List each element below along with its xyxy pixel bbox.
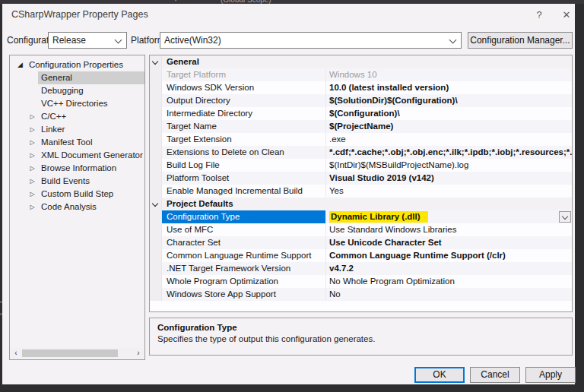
property-row-windows-store-app-support[interactable]: Windows Store App SupportNo bbox=[150, 288, 572, 301]
tree-item-general[interactable]: General bbox=[10, 71, 144, 84]
tree-expander-icon[interactable]: ◢ bbox=[14, 58, 26, 71]
description-title: Configuration Type bbox=[157, 323, 564, 332]
configuration-combobox[interactable]: Release bbox=[48, 32, 127, 49]
property-row-enable-managed-incremental-build[interactable]: Enable Managed Incremental BuildYes bbox=[150, 185, 572, 198]
row-gutter bbox=[150, 107, 162, 120]
tree-item-label: Custom Build Step bbox=[38, 188, 116, 201]
tree-item-custom-build-step[interactable]: ▷Custom Build Step bbox=[10, 188, 144, 201]
property-value: 10.0 (latest installed version) bbox=[326, 81, 572, 94]
tree-expander-icon[interactable]: ▷ bbox=[27, 201, 38, 213]
property-row-target-platform[interactable]: Target PlatformWindows 10 bbox=[150, 68, 572, 81]
grid-section-header-general[interactable]: General bbox=[150, 55, 572, 68]
property-name: Target Platform bbox=[162, 68, 326, 81]
tree-horizontal-scrollbar[interactable]: ‹ › bbox=[11, 348, 144, 359]
property-value: $(SolutionDir)$(Configuration)\ bbox=[326, 94, 572, 107]
property-row-character-set[interactable]: Character SetUse Unicode Character Set bbox=[150, 236, 572, 249]
row-gutter bbox=[150, 133, 162, 146]
tree-expander-icon[interactable]: ▷ bbox=[27, 136, 38, 149]
property-name: Target Name bbox=[162, 120, 326, 133]
ok-button[interactable]: OK bbox=[414, 367, 465, 383]
property-row-use-of-mfc[interactable]: Use of MFCUse Standard Windows Libraries bbox=[150, 223, 572, 236]
tree-expander-icon[interactable]: ▷ bbox=[27, 123, 38, 136]
section-collapse-icon[interactable] bbox=[150, 55, 162, 68]
property-name: Whole Program Optimization bbox=[162, 275, 326, 288]
property-value: Visual Studio 2019 (v142) bbox=[326, 172, 572, 185]
chevron-down-icon bbox=[152, 201, 158, 207]
tree-item-configuration-properties[interactable]: ◢Configuration Properties bbox=[10, 58, 144, 71]
tree-item-label: C/C++ bbox=[38, 110, 69, 123]
tree-item-debugging[interactable]: Debugging bbox=[10, 84, 144, 97]
tree-item-code-analysis[interactable]: ▷Code Analysis bbox=[10, 201, 144, 213]
value-dropdown-button[interactable] bbox=[559, 211, 571, 223]
help-icon[interactable]: ? bbox=[531, 8, 548, 23]
configuration-manager-button[interactable]: Configuration Manager... bbox=[468, 32, 573, 49]
property-row-whole-program-optimization[interactable]: Whole Program OptimizationNo Whole Progr… bbox=[150, 275, 572, 288]
property-value: Use Standard Windows Libraries bbox=[326, 223, 572, 236]
property-row-build-log-file[interactable]: Build Log File$(IntDir)$(MSBuildProjectN… bbox=[150, 159, 572, 172]
section-title: General bbox=[162, 55, 199, 68]
section-collapse-icon[interactable] bbox=[150, 198, 162, 210]
tree-item-vc-directories[interactable]: VC++ Directories bbox=[10, 97, 144, 110]
property-pages-dialog: CSharpWrapper Property Pages ? ✕ Configu… bbox=[2, 4, 575, 384]
property-value: .exe bbox=[326, 133, 572, 146]
tree-item-browse-information[interactable]: ▷Browse Information bbox=[10, 162, 144, 175]
dialog-title: CSharpWrapper Property Pages bbox=[11, 9, 148, 20]
apply-button[interactable]: Apply bbox=[525, 367, 576, 383]
tree-item-label: Browse Information bbox=[38, 162, 119, 175]
property-row-platform-toolset[interactable]: Platform ToolsetVisual Studio 2019 (v142… bbox=[150, 172, 572, 185]
property-row-net-target-framework-version[interactable]: .NET Target Framework Versionv4.7.2 bbox=[150, 262, 572, 275]
tree-item-c-c[interactable]: ▷C/C++ bbox=[10, 110, 144, 123]
tree-items: ◢Configuration PropertiesGeneralDebuggin… bbox=[10, 58, 144, 213]
tree-item-build-events[interactable]: ▷Build Events bbox=[10, 175, 144, 188]
row-gutter bbox=[150, 210, 162, 223]
tree-panel: ◢Configuration PropertiesGeneralDebuggin… bbox=[9, 55, 145, 360]
row-gutter bbox=[150, 249, 162, 262]
property-row-common-language-runtime-support[interactable]: Common Language Runtime SupportCommon La… bbox=[150, 249, 572, 262]
close-icon[interactable]: ✕ bbox=[558, 8, 575, 23]
property-name: Windows SDK Version bbox=[162, 81, 326, 94]
property-row-configuration-type[interactable]: Configuration TypeDynamic Library (.dll) bbox=[150, 210, 572, 223]
configuration-combobox-value: Release bbox=[52, 35, 86, 46]
cancel-button[interactable]: Cancel bbox=[470, 367, 520, 383]
row-gutter bbox=[150, 94, 162, 107]
tree-item-xml-document-generator[interactable]: ▷XML Document Generator bbox=[10, 149, 144, 162]
property-value: Dynamic Library (.dll) bbox=[326, 210, 559, 223]
tree-expander-icon[interactable]: ▷ bbox=[27, 188, 38, 201]
tree-item-manifest-tool[interactable]: ▷Manifest Tool bbox=[10, 136, 144, 149]
scrollbar-thumb[interactable] bbox=[22, 349, 118, 357]
property-name: Target Extension bbox=[162, 133, 326, 146]
description-panel: Configuration Type Specifies the type of… bbox=[149, 318, 573, 356]
property-name: Platform Toolset bbox=[162, 172, 326, 185]
title-bar: CSharpWrapper Property Pages ? ✕ bbox=[2, 4, 575, 27]
tree-item-label: Build Events bbox=[38, 175, 93, 188]
property-name: Build Log File bbox=[162, 159, 326, 172]
row-gutter bbox=[150, 262, 162, 275]
property-name: Character Set bbox=[162, 236, 326, 249]
property-row-windows-sdk-version[interactable]: Windows SDK Version10.0 (latest installe… bbox=[150, 81, 572, 94]
tree-expander-icon[interactable]: ▷ bbox=[27, 162, 38, 175]
property-row-output-directory[interactable]: Output Directory$(SolutionDir)$(Configur… bbox=[150, 94, 572, 107]
tree-item-linker[interactable]: ▷Linker bbox=[10, 123, 144, 136]
tree-expander-icon[interactable]: ▷ bbox=[27, 110, 38, 123]
platform-combobox[interactable]: Active(Win32) bbox=[160, 32, 462, 49]
scroll-left-icon[interactable]: ‹ bbox=[11, 348, 21, 359]
tree-expander-icon[interactable]: ▷ bbox=[27, 175, 38, 188]
chevron-down-icon bbox=[152, 58, 158, 65]
property-value: v4.7.2 bbox=[326, 262, 572, 275]
grid-section-header-project-defaults[interactable]: Project Defaults bbox=[150, 198, 572, 210]
property-row-extensions-to-delete-on-clean[interactable]: Extensions to Delete on Clean*.cdf;*.cac… bbox=[150, 146, 572, 159]
property-value: No Whole Program Optimization bbox=[326, 275, 572, 288]
tree-item-label: XML Document Generator bbox=[38, 149, 144, 162]
property-row-target-extension[interactable]: Target Extension.exe bbox=[150, 133, 572, 146]
property-value: Yes bbox=[326, 185, 572, 198]
property-value: Common Language Runtime Support (/clr) bbox=[326, 249, 572, 262]
tree-item-label: Debugging bbox=[38, 84, 87, 97]
property-name: Windows Store App Support bbox=[162, 288, 326, 301]
scroll-right-icon[interactable]: › bbox=[133, 348, 144, 359]
property-grid: GeneralTarget PlatformWindows 10Windows … bbox=[149, 55, 573, 312]
chevron-down-icon bbox=[562, 213, 568, 220]
tree-expander-icon[interactable]: ▷ bbox=[27, 149, 38, 162]
property-value: $(Configuration)\ bbox=[326, 107, 572, 120]
property-row-target-name[interactable]: Target Name$(ProjectName) bbox=[150, 120, 572, 133]
property-row-intermediate-directory[interactable]: Intermediate Directory$(Configuration)\ bbox=[150, 107, 572, 120]
